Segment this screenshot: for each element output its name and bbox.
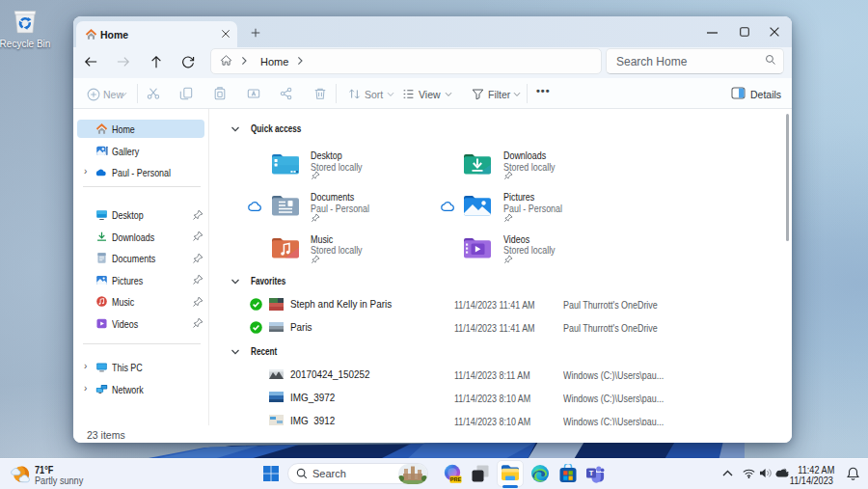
svg-text:T: T bbox=[589, 469, 594, 477]
svg-text:PRE: PRE bbox=[450, 476, 462, 482]
